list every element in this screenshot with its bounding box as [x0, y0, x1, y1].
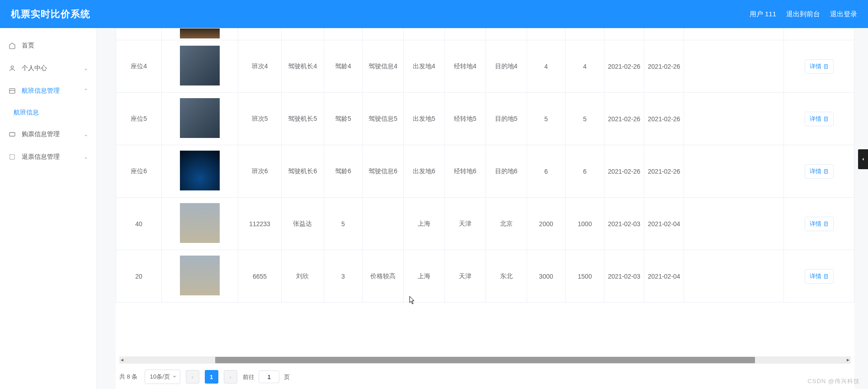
goto-page-input[interactable] — [259, 370, 279, 383]
cell-pilot: 驾驶机长6 — [282, 145, 324, 198]
cell-destination: 东北 — [486, 250, 527, 303]
cell-date1: 2021-02-26 — [604, 40, 644, 93]
cell-departure: 出发地4 — [404, 40, 445, 93]
thumbnail-image — [180, 28, 220, 38]
horizontal-scrollbar[interactable]: ◄ ► — [119, 356, 851, 364]
sidebar-item-home[interactable]: 首页 — [0, 34, 96, 57]
refund-icon — [8, 153, 16, 161]
thumbnail-image — [180, 151, 220, 190]
cell-date2: 2021-02-26 — [644, 145, 684, 198]
thumbnail-image — [180, 46, 220, 85]
svg-rect-1 — [9, 89, 15, 94]
scrollbar-thumb[interactable] — [215, 357, 755, 363]
top-header: 机票实时比价系统 用户 111 退出到前台 退出登录 — [0, 0, 868, 28]
cell-pilot: 张益达 — [282, 198, 324, 250]
cell-blank — [684, 145, 784, 198]
exit-to-front-link[interactable]: 退出到前台 — [786, 10, 820, 19]
goto-prefix: 前往 — [243, 374, 255, 380]
cell-date2: 2021-02-26 — [644, 93, 684, 145]
document-icon — [823, 274, 829, 279]
cell-blank — [684, 250, 784, 303]
cell-destination: 目的地5 — [486, 93, 527, 145]
pagination-total: 共 8 条 — [119, 373, 137, 381]
main-content: 座位4班次4驾驶机长4驾龄4驾驶信息4出发地4经转地4目的地4442021-02… — [97, 28, 868, 389]
ticket-icon — [8, 130, 16, 138]
cell-destination: 目的地4 — [486, 40, 527, 93]
user-icon — [8, 64, 16, 72]
detail-button[interactable]: 详情 — [805, 112, 834, 126]
cell-flight: 班次4 — [238, 40, 282, 93]
cell-via: 经转地4 — [444, 40, 486, 93]
cell-date1: 2021-02-03 — [604, 198, 644, 250]
cell-seat: 座位4 — [116, 40, 162, 93]
cell-flight: 班次6 — [238, 145, 282, 198]
cell-departure: 出发地5 — [404, 93, 445, 145]
cell-num1: 2000 — [527, 198, 566, 250]
cell-via: 经转地5 — [444, 93, 486, 145]
thumbnail-image — [180, 203, 220, 243]
detail-button[interactable]: 详情 — [805, 59, 834, 74]
sidebar-item-refund-mgmt[interactable]: 退票信息管理 ⌄ — [0, 146, 96, 168]
cell-experience: 3 — [324, 250, 363, 303]
cell-num1: 4 — [527, 40, 566, 93]
cell-flight: 班次5 — [238, 93, 282, 145]
right-side-collapse-handle[interactable] — [858, 149, 868, 169]
document-icon — [823, 221, 829, 227]
sidebar-item-label: 首页 — [22, 42, 34, 50]
cell-date1: 2021-02-26 — [604, 93, 644, 145]
sidebar-item-label: 购票信息管理 — [22, 130, 60, 138]
detail-button[interactable]: 详情 — [805, 217, 834, 231]
cell-experience: 驾龄4 — [324, 40, 363, 93]
document-icon — [823, 169, 829, 174]
cell-num1: 6 — [527, 145, 566, 198]
cell-num1: 5 — [527, 93, 566, 145]
goto-suffix: 页 — [284, 374, 290, 380]
sidebar-item-personal[interactable]: 个人中心 ⌄ — [0, 57, 96, 80]
cell-seat: 座位5 — [116, 93, 162, 145]
current-page[interactable]: 1 — [205, 370, 218, 384]
cell-experience: 驾龄5 — [324, 93, 363, 145]
svg-rect-4 — [10, 155, 15, 160]
cell-flight: 112233 — [238, 198, 282, 250]
cell-destination: 北京 — [486, 198, 527, 250]
detail-button[interactable]: 详情 — [805, 164, 834, 179]
user-label[interactable]: 用户 111 — [750, 10, 776, 19]
thumbnail-image — [180, 256, 220, 295]
cell-date2: 2021-02-04 — [644, 198, 684, 250]
sidebar-item-label: 航班信息管理 — [22, 87, 60, 95]
cell-destination: 目的地6 — [486, 145, 527, 198]
table-scroll-container[interactable]: 座位4班次4驾驶机长4驾龄4驾驶信息4出发地4经转地4目的地4442021-02… — [116, 28, 854, 357]
document-icon — [823, 64, 829, 69]
detail-button[interactable]: 详情 — [805, 269, 834, 284]
chevron-up-icon: ⌃ — [84, 88, 88, 94]
chevron-down-icon: ⌄ — [84, 65, 88, 71]
prev-page-button[interactable]: ‹ — [186, 370, 199, 384]
chevron-down-icon: ⌄ — [84, 154, 88, 160]
scroll-right-arrow-icon[interactable]: ► — [845, 357, 851, 363]
page-size-select[interactable]: 10条/页 — [145, 370, 180, 384]
sidebar-subitem-flight-info[interactable]: 航班信息 — [0, 102, 96, 123]
cell-blank — [684, 40, 784, 93]
flight-data-table: 座位4班次4驾驶机长4驾龄4驾驶信息4出发地4经转地4目的地4442021-02… — [116, 28, 854, 303]
cell-departure: 上海 — [404, 250, 445, 303]
cell-via: 天津 — [444, 250, 486, 303]
cell-info: 驾驶信息4 — [363, 40, 404, 93]
next-page-button[interactable]: › — [224, 370, 237, 384]
sidebar: 首页 个人中心 ⌄ 航班信息管理 ⌃ 航班信息 购票信息管理 ⌄ — [0, 28, 97, 389]
cell-via: 天津 — [444, 198, 486, 250]
cell-num2: 1000 — [566, 198, 604, 250]
cell-info: 价格较高 — [363, 250, 404, 303]
cell-pilot: 刘欣 — [282, 250, 324, 303]
cell-flight: 6655 — [238, 250, 282, 303]
cell-pilot: 驾驶机长4 — [282, 40, 324, 93]
scroll-left-arrow-icon[interactable]: ◄ — [119, 357, 125, 363]
sidebar-item-flight-mgmt[interactable]: 航班信息管理 ⌃ — [0, 80, 96, 102]
cell-seat: 40 — [116, 198, 162, 250]
list-icon — [8, 87, 16, 95]
cell-date2: 2021-02-26 — [644, 40, 684, 93]
logout-link[interactable]: 退出登录 — [830, 10, 857, 19]
table-row: 座位6班次6驾驶机长6驾龄6驾驶信息6出发地6经转地6目的地6662021-02… — [116, 145, 854, 198]
sidebar-item-ticket-mgmt[interactable]: 购票信息管理 ⌄ — [0, 123, 96, 146]
detail-button-label: 详情 — [810, 115, 821, 123]
cell-num2: 4 — [566, 40, 604, 93]
